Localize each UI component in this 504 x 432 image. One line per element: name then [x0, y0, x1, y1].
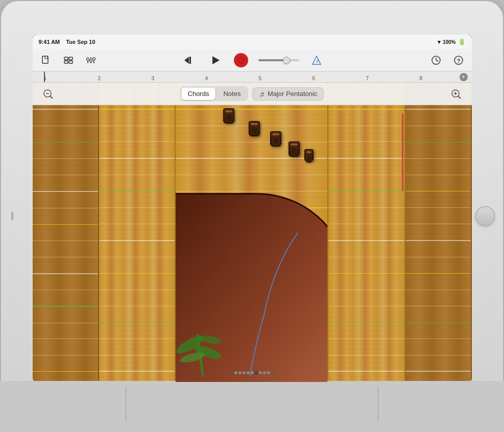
ipad-screen: 9:41 AM Tue Sep 10 ▾ 100% 🔋: [33, 35, 472, 382]
string-line: [33, 273, 98, 274]
scale-selector[interactable]: ♬ Major Pentatonic: [252, 87, 324, 101]
tracks-button[interactable]: [61, 53, 76, 67]
pickup-marker-5: [304, 149, 314, 162]
main-content: Chords Notes ♬ Major Pentatonic: [33, 83, 472, 382]
string-line: [405, 142, 471, 143]
svg-rect-4: [64, 61, 68, 63]
rewind-button[interactable]: [181, 52, 197, 68]
svg-rect-1: [45, 56, 47, 59]
controls-overlay: Chords Notes ♬ Major Pentatonic: [33, 83, 472, 105]
toolbar-left: [39, 53, 98, 67]
play-icon: [210, 55, 221, 66]
svg-rect-13: [189, 57, 191, 64]
string-line: [405, 207, 471, 208]
string-line: [328, 175, 404, 175]
ruler-mark-3: 3: [152, 76, 155, 81]
scroll-dot: [247, 371, 250, 374]
scroll-right-icon[interactable]: ≡: [272, 369, 276, 377]
strings-container: [33, 83, 472, 382]
string-line: [33, 175, 98, 175]
string-line: [99, 322, 175, 323]
string-line: [328, 224, 404, 224]
scroll-dot: [267, 371, 270, 374]
help-button[interactable]: ?: [451, 53, 466, 67]
center-controls: Chords Notes ♬ Major Pentatonic: [180, 86, 324, 101]
rewind-icon: [183, 55, 195, 66]
ruler-mark-8: 8: [420, 76, 423, 81]
strings-right-1: [328, 83, 404, 382]
string-line: [405, 257, 471, 257]
string-line: [99, 158, 175, 159]
mixer-button[interactable]: [84, 53, 98, 67]
string-line: [328, 126, 404, 126]
toolbar-right: ?: [429, 53, 466, 67]
string-line: [405, 290, 471, 290]
battery-icon: 🔋: [458, 38, 466, 45]
new-song-icon: [41, 55, 51, 65]
string-line: [405, 306, 471, 306]
home-button[interactable]: [475, 206, 495, 226]
string-line: [328, 158, 404, 159]
play-button[interactable]: [207, 52, 224, 68]
scale-icon: ♬: [259, 90, 265, 98]
string-line: [33, 371, 98, 372]
scroll-dots: [234, 371, 270, 374]
connector-right: [378, 386, 378, 422]
zoom-out-button[interactable]: [41, 87, 55, 101]
svg-marker-12: [184, 57, 189, 64]
ipad-shell: 9:41 AM Tue Sep 10 ▾ 100% 🔋: [0, 0, 504, 432]
tempo-button[interactable]: [429, 53, 443, 67]
zoom-in-button[interactable]: [449, 87, 463, 101]
new-song-button[interactable]: [39, 53, 53, 67]
string-line: [405, 371, 471, 372]
scroll-dot: [243, 371, 246, 374]
string-line: [328, 240, 404, 241]
svg-point-9: [86, 58, 89, 60]
string-line: [328, 290, 404, 290]
battery-percent: 100%: [443, 39, 456, 45]
bottom-area: [0, 381, 504, 432]
metronome-button[interactable]: [309, 53, 324, 67]
string-line: [328, 371, 404, 372]
add-track-button[interactable]: +: [460, 73, 468, 81]
chords-tab[interactable]: Chords: [181, 87, 216, 100]
string-line: [405, 355, 471, 355]
side-button[interactable]: [11, 211, 13, 221]
connector-left: [126, 386, 126, 422]
status-left: 9:41 AM Tue Sep 10: [39, 39, 95, 45]
scroll-dot: [251, 371, 254, 374]
scroll-dot: [234, 371, 237, 374]
wifi-icon: ▾: [438, 39, 441, 45]
svg-rect-3: [69, 57, 73, 60]
clock-icon: [431, 55, 441, 65]
string-line: [99, 207, 175, 208]
string-line: [99, 257, 175, 257]
svg-text:?: ?: [457, 58, 460, 64]
help-icon: ?: [453, 55, 464, 65]
volume-fill: [258, 59, 286, 61]
string-line: [33, 290, 98, 290]
metronome-icon: [311, 55, 322, 65]
string-line: [328, 141, 404, 142]
svg-rect-5: [69, 61, 73, 63]
notes-tab[interactable]: Notes: [217, 87, 247, 100]
string-line: [33, 257, 98, 257]
scroll-dot-active: [255, 371, 258, 374]
string-panel-left-1: [33, 83, 99, 382]
pickup-marker-4: [289, 141, 300, 157]
string-line: [405, 109, 471, 110]
string-line: [33, 191, 98, 192]
string-line: [33, 158, 98, 159]
record-button[interactable]: [234, 53, 248, 67]
string-line: [99, 141, 175, 142]
string-line: [33, 306, 98, 307]
svg-marker-15: [313, 56, 321, 64]
scroll-left-icon[interactable]: ≡: [228, 369, 232, 377]
string-line: [176, 191, 327, 191]
volume-slider[interactable]: [258, 59, 299, 61]
mixer-icon: [86, 55, 96, 65]
string-line: [405, 339, 471, 339]
connect-line-svg: [176, 195, 328, 382]
string-line: [328, 109, 404, 110]
ruler-mark-7: 7: [366, 76, 369, 81]
